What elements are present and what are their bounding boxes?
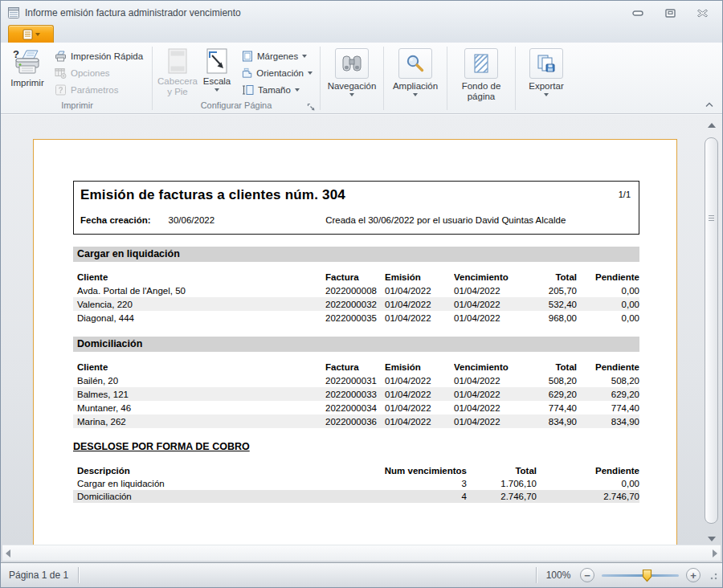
report-window-icon <box>7 6 20 19</box>
chevron-down-icon <box>302 55 307 58</box>
summary-section: DESGLOSE POR FORMA DE COBRO DescripciónN… <box>73 441 639 503</box>
table-cell: 834,90 <box>531 417 577 427</box>
table-header-row: ClienteFacturaEmisiónVencimientoTotalPen… <box>73 270 639 284</box>
ribbon-group-background: Fondo de página <box>449 44 513 113</box>
size-button[interactable]: Tamaño <box>239 81 316 98</box>
table-row: Domiciliación42.746,702.746,70 <box>73 490 639 503</box>
watermark-page-icon <box>472 53 490 74</box>
table-cell: 01/04/2022 <box>454 417 531 427</box>
ribbon-group-zoom: Ampliación <box>386 44 445 113</box>
margins-button[interactable]: Márgenes <box>239 47 316 64</box>
scale-icon <box>206 48 228 74</box>
table-cell: 01/04/2022 <box>385 313 454 323</box>
zoom-slider-track[interactable] <box>602 574 679 577</box>
column-header: Vencimiento <box>454 272 531 282</box>
column-header: Cliente <box>73 362 325 372</box>
scroll-up-button[interactable] <box>704 118 719 132</box>
parameters-button[interactable]: ? Parámetros <box>51 81 148 98</box>
ribbon-tabstrip <box>1 25 722 43</box>
chevron-down-icon <box>295 88 300 92</box>
zoom-group-label <box>386 100 445 113</box>
close-icon <box>697 9 708 18</box>
arrow-down-icon <box>708 537 716 541</box>
arrow-right-icon[interactable] <box>713 549 717 557</box>
table-cell: 2022000036 <box>325 417 385 427</box>
table-body: Avda. Portal de l'Angel, 50202200000801/… <box>73 284 639 325</box>
table-cell: 0,00 <box>577 286 639 296</box>
resize-grip-icon[interactable] <box>709 570 717 580</box>
orientation-button[interactable]: Orientación <box>239 64 316 81</box>
margins-icon <box>242 51 253 62</box>
column-header: Emisión <box>385 272 454 282</box>
table-cell: 01/04/2022 <box>454 286 531 296</box>
zoom-slider[interactable] <box>602 568 679 582</box>
options-button[interactable]: Opciones <box>51 64 148 81</box>
table-cell: 01/04/2022 <box>454 390 531 399</box>
column-header: Pendiente <box>537 466 639 476</box>
ribbon-group-print: ? Imprimir Impresión Rápida <box>4 44 150 113</box>
table-cell: 2022000032 <box>325 300 385 309</box>
table-cell: 774,40 <box>577 403 639 413</box>
navigation-label: Navegación <box>328 81 377 92</box>
horizontal-scrollbar[interactable] <box>2 545 721 561</box>
dialog-launcher-icon[interactable] <box>307 103 316 112</box>
table-cell: 508,20 <box>577 376 639 386</box>
thumb-grip-icon <box>709 215 714 223</box>
file-tab[interactable] <box>8 25 54 43</box>
zoom-in-button[interactable]: + <box>686 568 701 582</box>
table-row: Avda. Portal de l'Angel, 50202200000801/… <box>73 284 639 297</box>
restore-button[interactable] <box>660 6 680 19</box>
table-cell: 2022000031 <box>325 376 385 386</box>
statusbar-separator <box>78 567 79 583</box>
zoom-button[interactable]: Ampliación <box>390 47 441 96</box>
report-title: Emisión de facturas a clientes núm. 304 <box>80 187 345 203</box>
navigation-button[interactable]: Navegación <box>326 47 378 96</box>
table-cell: Marina, 262 <box>73 417 325 427</box>
close-button[interactable] <box>692 6 713 19</box>
zoom-out-button[interactable]: − <box>580 568 594 582</box>
chevron-down-icon <box>35 33 40 36</box>
table-cell: 0,00 <box>577 313 639 323</box>
section-cargar-en-liquidacion: Cargar en liquidación ClienteFacturaEmis… <box>73 247 639 325</box>
arrow-left-icon[interactable] <box>6 549 10 557</box>
vertical-scrollbar[interactable] <box>704 118 719 541</box>
page-setup-group-label-text: Configurar Página <box>201 100 272 110</box>
column-header: Pendiente <box>577 272 639 282</box>
table-row: Cargar en liquidación31.706,100,00 <box>73 477 639 490</box>
table-row: Valencia, 220202200003201/04/202201/04/2… <box>73 297 639 311</box>
group-separator <box>447 47 447 110</box>
preview-surface[interactable]: Emisión de facturas a clientes núm. 304 … <box>1 114 722 562</box>
table-cell: 532,40 <box>531 300 577 309</box>
table-cell: Domiciliación <box>73 492 306 501</box>
size-icon <box>242 84 254 96</box>
header-footer-button[interactable]: Cabecera y Pie <box>157 47 198 97</box>
scale-button[interactable]: Escala <box>198 47 235 92</box>
table-cell: 968,00 <box>531 313 577 323</box>
minimize-button[interactable] <box>627 6 648 19</box>
zoom-slider-thumb[interactable] <box>642 569 652 582</box>
collapse-ribbon-icon[interactable] <box>705 101 714 108</box>
column-header: Total <box>531 362 577 372</box>
table-row: Diagonal, 444202200003501/04/202201/04/2… <box>73 311 639 325</box>
navigation-group-label <box>322 100 382 113</box>
table-cell: 2022000033 <box>325 390 385 399</box>
group-separator <box>383 47 384 110</box>
vertical-scroll-thumb[interactable] <box>705 137 718 524</box>
titlebar: Informe emisión factura administrador ve… <box>1 1 722 25</box>
report-page[interactable]: Emisión de facturas a clientes núm. 304 … <box>33 139 677 545</box>
magnifier-icon <box>406 54 425 73</box>
export-button[interactable]: Exportar <box>521 47 572 96</box>
column-header: Emisión <box>385 362 454 372</box>
table-row: Balmes, 121202200003301/04/202201/04/202… <box>73 387 639 401</box>
page-background-button[interactable]: Fondo de página <box>452 47 510 102</box>
quick-print-button[interactable]: Impresión Rápida <box>51 47 148 64</box>
scroll-down-button[interactable] <box>704 528 719 541</box>
binoculars-icon <box>341 55 362 72</box>
minimize-icon <box>632 10 643 16</box>
print-button[interactable]: ? Imprimir <box>6 47 48 88</box>
column-header: Vencimiento <box>454 362 531 372</box>
chevron-down-icon <box>413 93 418 96</box>
table-cell: 2022000035 <box>325 313 385 323</box>
navigation-iconbox <box>335 48 369 79</box>
column-header: Total <box>531 272 577 282</box>
